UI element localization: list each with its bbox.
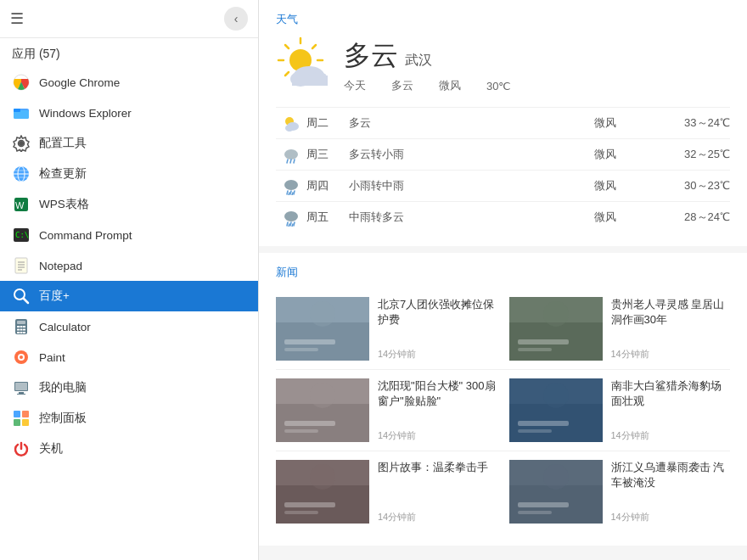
forecast-condition-0: 多云 xyxy=(349,115,594,131)
svg-rect-40 xyxy=(17,394,25,395)
news-content-1: 贵州老人寻灵感 皇居山洞作画30年14分钟前 xyxy=(611,297,731,361)
svg-rect-4 xyxy=(14,109,20,112)
news-content-5: 浙江义乌遭暴雨袭击 汽车被淹没14分钟前 xyxy=(611,460,731,524)
app-item-my-computer[interactable]: 我的电脑 xyxy=(0,372,258,403)
forecast-icon-3 xyxy=(276,208,306,227)
svg-line-67 xyxy=(290,191,291,194)
svg-line-63 xyxy=(290,160,291,163)
apps-header: 应用 (57) xyxy=(0,38,258,67)
forecast-temp-3: 28～24℃ xyxy=(645,210,730,225)
svg-rect-95 xyxy=(518,421,569,426)
news-title-1: 贵州老人寻灵感 皇居山洞作画30年 xyxy=(611,297,731,328)
forecast-day-3: 周五 xyxy=(306,210,349,225)
app-item-config-tool[interactable]: 配置工具 xyxy=(0,128,258,159)
svg-rect-31 xyxy=(17,332,20,333)
right-panel: 天气 xyxy=(259,0,747,560)
app-item-windows-explorer[interactable]: Windows Explorer xyxy=(0,98,258,128)
search-icon xyxy=(12,287,31,305)
svg-point-71 xyxy=(284,211,298,221)
forecast-condition-1: 多云转小雨 xyxy=(349,147,594,162)
news-thumb-1 xyxy=(509,297,603,361)
app-label-baidu-plus: 百度+ xyxy=(39,288,70,304)
weather-city: 武汉 xyxy=(405,52,432,70)
news-card-3[interactable]: 南非大白鲨猎杀海豹场面壮观14分钟前 xyxy=(509,378,731,442)
today-condition: 多云 xyxy=(391,78,413,93)
power-icon xyxy=(12,440,31,458)
svg-rect-30 xyxy=(23,329,25,331)
news-card-4[interactable]: 图片故事：温柔拳击手14分钟前 xyxy=(276,460,497,524)
computer-icon xyxy=(12,378,31,397)
left-panel: ☰ ‹ 应用 (57) Google ChromeWindows Explore… xyxy=(0,0,259,560)
paint-icon xyxy=(12,348,31,367)
news-card-5[interactable]: 浙江义乌遭暴雨袭击 汽车被淹没14分钟前 xyxy=(509,460,731,524)
forecast-temp-1: 32～25℃ xyxy=(645,147,730,162)
news-thumb-2 xyxy=(276,378,369,442)
folder-icon xyxy=(12,104,31,122)
app-label-command-prompt: Command Prompt xyxy=(39,229,132,242)
svg-rect-32 xyxy=(20,332,23,333)
app-item-control-panel[interactable]: 控制面板 xyxy=(0,403,258,434)
svg-rect-27 xyxy=(23,326,25,328)
forecast-day-0: 周二 xyxy=(306,115,349,131)
app-item-shutdown[interactable]: 关机 xyxy=(0,434,258,464)
svg-rect-39 xyxy=(19,392,24,394)
weather-section-title: 天气 xyxy=(276,12,730,27)
app-item-baidu-plus[interactable]: 百度+ xyxy=(0,281,258,311)
hamburger-icon[interactable]: ☰ xyxy=(10,9,24,28)
svg-rect-43 xyxy=(14,419,20,426)
forecast-row-3: 周五 中雨转多云 微风 28～24℃ xyxy=(276,201,730,232)
svg-text:C:\: C:\ xyxy=(15,231,29,239)
news-content-4: 图片故事：温柔拳击手14分钟前 xyxy=(378,460,497,524)
weather-forecast: 周二 多云 微风 33～24℃ 周三 多云转小雨 微风 32～25℃ 周四 小雨… xyxy=(276,107,730,232)
svg-rect-42 xyxy=(22,411,29,417)
app-item-wps-table[interactable]: WWPS表格 xyxy=(0,189,258,220)
calculator-icon xyxy=(12,317,31,336)
svg-rect-105 xyxy=(518,502,569,507)
news-content-0: 北京7人团伙强收摊位保护费14分钟前 xyxy=(378,297,497,361)
back-button[interactable]: ‹ xyxy=(224,7,248,31)
news-card-2[interactable]: 沈阳现"阳台大楼" 300扇窗户"脸贴脸"14分钟前 xyxy=(276,378,497,442)
news-content-2: 沈阳现"阳台大楼" 300扇窗户"脸贴脸"14分钟前 xyxy=(378,378,497,442)
svg-rect-29 xyxy=(20,329,23,331)
forecast-day-1: 周三 xyxy=(306,147,349,162)
news-thumb-5 xyxy=(509,460,603,524)
news-card-1[interactable]: 贵州老人寻灵感 皇居山洞作画30年14分钟前 xyxy=(509,297,731,361)
today-wind: 微风 xyxy=(439,78,461,93)
news-thumb-3 xyxy=(509,378,603,442)
svg-rect-96 xyxy=(518,429,552,433)
svg-line-70 xyxy=(292,193,293,195)
news-time-2: 14分钟前 xyxy=(378,429,497,442)
app-item-command-prompt[interactable]: C:\Command Prompt xyxy=(0,220,258,250)
app-label-wps-table: WPS表格 xyxy=(39,197,89,212)
svg-line-22 xyxy=(24,299,28,303)
today-temp: 30℃ xyxy=(486,80,511,92)
cmd-icon: C:\ xyxy=(12,226,31,244)
top-bar: ☰ ‹ xyxy=(0,0,258,38)
svg-rect-41 xyxy=(14,411,20,417)
svg-line-53 xyxy=(285,72,289,76)
svg-point-84 xyxy=(543,301,569,327)
app-item-check-update[interactable]: 检查更新 xyxy=(0,159,258,189)
app-label-shutdown: 关机 xyxy=(39,441,63,456)
svg-rect-28 xyxy=(17,329,20,331)
today-label: 今天 xyxy=(344,78,366,93)
svg-rect-24 xyxy=(17,321,25,324)
forecast-day-2: 周四 xyxy=(306,178,349,193)
svg-point-61 xyxy=(284,149,298,160)
svg-rect-81 xyxy=(284,348,318,351)
forecast-condition-2: 小雨转中雨 xyxy=(349,178,594,193)
app-item-calculator[interactable]: Calculator xyxy=(0,311,258,342)
svg-rect-80 xyxy=(284,339,335,344)
svg-rect-91 xyxy=(284,429,318,433)
app-label-check-update: 检查更新 xyxy=(39,166,87,182)
app-item-paint[interactable]: Paint xyxy=(0,342,258,372)
svg-point-89 xyxy=(310,383,335,408)
svg-point-104 xyxy=(543,464,569,490)
svg-line-62 xyxy=(287,160,288,163)
app-item-notepad[interactable]: Notepad xyxy=(0,250,258,281)
news-card-0[interactable]: 北京7人团伙强收摊位保护费14分钟前 xyxy=(276,297,497,361)
app-label-notepad: Notepad xyxy=(39,260,82,272)
svg-rect-106 xyxy=(518,511,552,514)
app-item-google-chrome[interactable]: Google Chrome xyxy=(0,67,258,98)
app-label-control-panel: 控制面板 xyxy=(39,411,87,426)
